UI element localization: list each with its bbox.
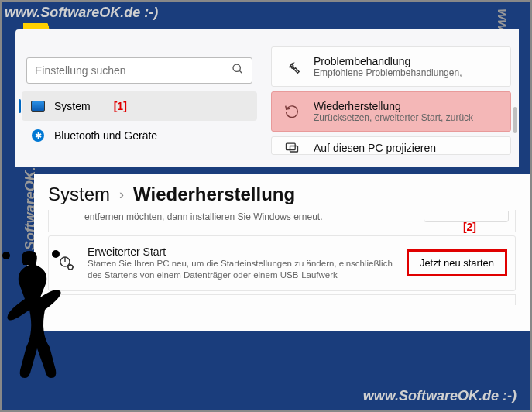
advanced-startup-row: Erweiterter Start Starten Sie Ihren PC n… (48, 235, 516, 291)
settings-content: Problembehandlung Empfohlene Problembeha… (263, 29, 519, 167)
tile-text: Auf diesen PC projizieren (314, 142, 436, 154)
recovery-icon (281, 101, 303, 122)
tile-troubleshoot[interactable]: Problembehandlung Empfohlene Problembeha… (271, 46, 511, 87)
wrench-icon (281, 56, 303, 77)
tile-project[interactable]: Auf diesen PC projizieren (271, 136, 511, 155)
svg-rect-3 (290, 146, 298, 153)
monitor-icon (31, 99, 45, 113)
row-body: Erweiterter Start Starten Sie Ihren PC n… (88, 245, 396, 281)
svg-rect-2 (287, 143, 296, 149)
project-icon (281, 137, 303, 155)
annotation-marker-1: [1] (114, 100, 127, 112)
breadcrumb-parent[interactable]: System (48, 184, 110, 205)
bluetooth-icon: ✱ (31, 129, 45, 142)
tile-text: Wiederherstellung Zurücksetzen, erweiter… (314, 100, 473, 123)
scrollbar-thumb[interactable] (513, 107, 517, 133)
tile-title: Wiederherstellung (314, 100, 473, 112)
recovery-detail-panel: System › Wiederherstellung entfernen möc… (34, 174, 530, 331)
breadcrumb: System › Wiederherstellung (48, 184, 516, 205)
settings-sidebar: System [1] ✱ Bluetooth und Geräte (15, 29, 263, 167)
sidebar-item-label: System (54, 100, 91, 112)
tile-subtitle: Zurücksetzen, erweiterter Start, zurück (314, 112, 473, 123)
settings-panel-top: System [1] ✱ Bluetooth und Geräte Proble… (15, 29, 519, 167)
silhouette-decoration (0, 249, 70, 389)
search-icon (232, 63, 244, 78)
breadcrumb-current: Wiederherstellung (133, 184, 295, 205)
annotation-marker-2: [2] (463, 221, 476, 233)
advanced-startup-desc: Starten Sie Ihren PC neu, um die Startei… (88, 258, 396, 281)
search-box[interactable] (26, 57, 252, 84)
tile-title: Problembehandlung (314, 55, 462, 67)
search-input[interactable] (35, 64, 232, 77)
tile-text: Problembehandlung Empfohlene Problembeha… (314, 55, 462, 78)
row-fragment-bottom (48, 294, 516, 305)
svg-point-8 (52, 250, 60, 258)
svg-point-7 (2, 252, 10, 259)
reset-desc-fragment: entfernen möchten, dann installieren Sie… (49, 211, 411, 222)
watermark-bottom: www.SoftwareOK.de :-) (363, 388, 517, 404)
watermark-top: www.SoftwareOK.de :-) (5, 5, 158, 21)
sidebar-item-system[interactable]: System [1] (22, 91, 257, 121)
reset-pc-row-fragment: entfernen möchten, dann installieren Sie… (48, 210, 516, 232)
tile-recovery[interactable]: Wiederherstellung Zurücksetzen, erweiter… (271, 91, 511, 132)
restart-now-button[interactable]: Jetzt neu starten (407, 249, 507, 276)
sidebar-item-label: Bluetooth und Geräte (54, 129, 157, 142)
tile-title: Auf diesen PC projizieren (314, 142, 436, 154)
svg-line-1 (239, 70, 242, 73)
nav-list: System [1] ✱ Bluetooth und Geräte (15, 91, 263, 150)
svg-point-0 (233, 64, 240, 71)
advanced-startup-title: Erweiterter Start (88, 245, 396, 258)
chevron-right-icon: › (119, 187, 124, 203)
sidebar-item-bluetooth[interactable]: ✱ Bluetooth und Geräte (22, 121, 257, 150)
tile-subtitle: Empfohlene Problembehandlungen, (314, 67, 462, 78)
